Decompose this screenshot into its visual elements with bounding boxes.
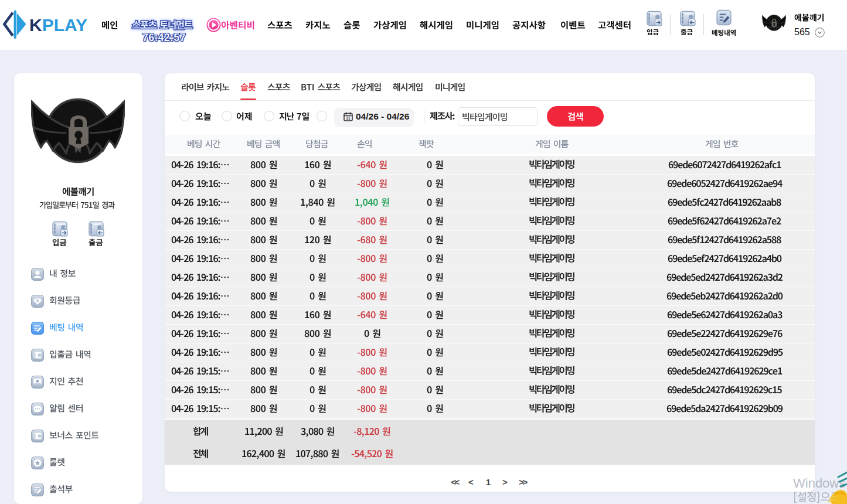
svg-text:31: 31	[346, 116, 351, 120]
